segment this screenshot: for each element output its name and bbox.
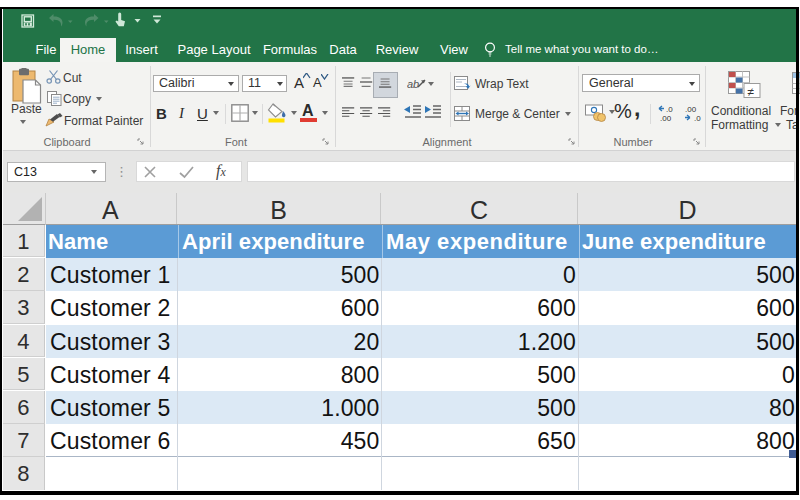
svg-text:ab: ab	[407, 78, 419, 90]
svg-text:.00: .00	[660, 114, 672, 122]
svg-text:≠: ≠	[748, 85, 755, 99]
svg-text:.0: .0	[694, 114, 701, 122]
svg-text:.00: .00	[685, 105, 697, 114]
svg-text:.0: .0	[666, 105, 673, 114]
